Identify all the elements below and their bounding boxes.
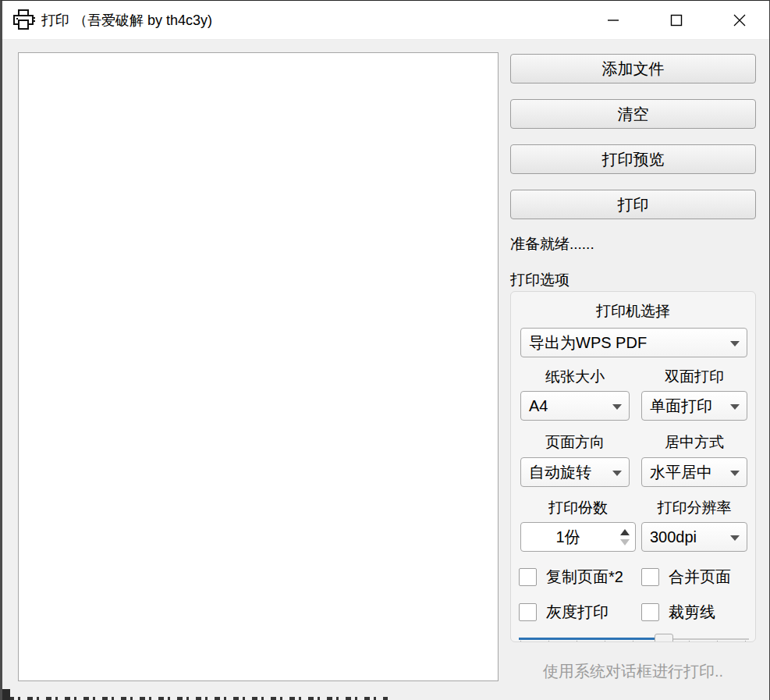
checkbox-label: 灰度打印 (546, 602, 609, 623)
checkbox-row: 复制页面*2 合并页面 (519, 567, 749, 585)
chevron-down-icon (730, 471, 740, 476)
scale-slider[interactable] (519, 634, 749, 642)
merge-pages-checkbox[interactable]: 合并页面 (641, 567, 731, 588)
checkbox-label: 合并页面 (669, 567, 731, 588)
file-list[interactable] (18, 52, 499, 681)
printer-select-label: 打印机选择 (511, 301, 755, 322)
grayscale-checkbox[interactable]: 灰度打印 (519, 602, 609, 623)
orientation-value: 自动旋转 (529, 462, 591, 483)
spin-up-icon[interactable] (620, 529, 630, 535)
printer-select-value: 导出为WPS PDF (529, 332, 647, 354)
duplex-select[interactable]: 单面打印 (641, 391, 747, 421)
paper-size-select[interactable]: A4 (520, 391, 630, 421)
print-preview-button[interactable]: 打印预览 (510, 144, 756, 174)
print-button[interactable]: 打印 (510, 190, 756, 219)
close-icon (732, 12, 747, 28)
centering-label: 居中方式 (641, 432, 747, 453)
checkbox-label: 裁剪线 (669, 602, 715, 623)
background-corner (2, 689, 10, 700)
clear-button[interactable]: 清空 (510, 99, 756, 129)
title-bar: 打印 （吾爱破解 by th4c3y) (2, 1, 769, 40)
crop-marks-checkbox[interactable]: 裁剪线 (641, 602, 715, 623)
paper-size-value: A4 (529, 397, 548, 415)
add-files-button[interactable]: 添加文件 (510, 54, 756, 84)
checkbox-icon[interactable] (641, 603, 659, 621)
copies-value: 1份 (521, 523, 615, 551)
maximize-button[interactable] (658, 5, 694, 35)
chevron-down-icon (612, 471, 622, 476)
print-dialog-window: 打印 （吾爱破解 by th4c3y) 添加文件 清空 打印预览 打印 准备就绪… (0, 0, 770, 700)
duplex-label: 双面打印 (641, 367, 747, 387)
maximize-icon (669, 13, 683, 27)
duplicate-page-checkbox[interactable]: 复制页面*2 (519, 567, 623, 588)
centering-value: 水平居中 (650, 462, 712, 483)
print-options-label: 打印选项 (510, 270, 570, 290)
checkbox-label: 复制页面*2 (546, 567, 623, 588)
orientation-label: 页面方向 (520, 432, 630, 453)
copies-label: 打印份数 (520, 498, 636, 518)
close-button[interactable] (722, 5, 758, 35)
printer-select[interactable]: 导出为WPS PDF (520, 328, 747, 357)
chevron-down-icon (730, 404, 740, 410)
paper-size-label: 纸张大小 (520, 367, 630, 387)
slider-ticks (520, 641, 747, 642)
orientation-select[interactable]: 自动旋转 (520, 457, 630, 487)
spin-down-icon[interactable] (620, 539, 630, 545)
resolution-value: 300dpi (650, 528, 697, 546)
printer-icon (12, 9, 35, 32)
slider-thumb[interactable] (655, 634, 673, 642)
resolution-label: 打印分辨率 (641, 498, 747, 518)
resolution-select[interactable]: 300dpi (641, 522, 747, 552)
status-text: 准备就绪...... (510, 234, 594, 254)
minimize-icon (606, 13, 620, 27)
background-clipped-text (9, 697, 388, 700)
checkbox-icon[interactable] (641, 568, 659, 586)
system-dialog-print-link[interactable]: 使用系统对话框进行打印.. (510, 661, 756, 682)
slider-fill (519, 638, 664, 640)
print-options-group: 打印机选择 导出为WPS PDF 纸张大小 双面打印 A4 单面打印 页面方向 … (510, 291, 756, 642)
minimize-button[interactable] (595, 5, 631, 35)
window-title: 打印 （吾爱破解 by th4c3y) (41, 11, 212, 30)
chevron-down-icon (612, 404, 622, 410)
chevron-down-icon (730, 535, 740, 541)
checkbox-icon[interactable] (519, 603, 537, 621)
centering-select[interactable]: 水平居中 (641, 457, 747, 487)
duplex-value: 单面打印 (650, 396, 712, 417)
copies-stepper[interactable]: 1份 (520, 522, 636, 552)
checkbox-icon[interactable] (519, 568, 537, 586)
checkbox-row: 灰度打印 裁剪线 (519, 602, 749, 620)
chevron-down-icon (730, 341, 740, 346)
